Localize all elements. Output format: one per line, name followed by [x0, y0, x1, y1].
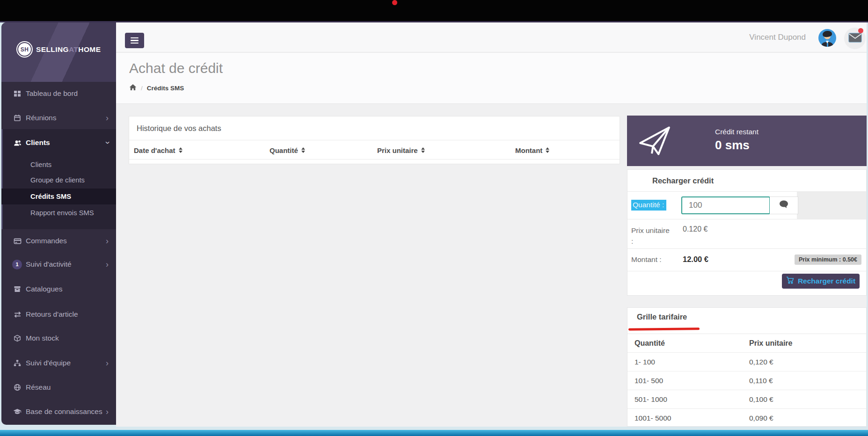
chevron-right-icon: › — [106, 260, 109, 269]
page-header: Achat de crédit / Crédits SMS — [116, 53, 867, 104]
recharge-card: Recharger crédit Quantité : Prix unitair… — [627, 169, 867, 296]
paper-plane-icon — [636, 123, 673, 160]
cube-icon — [13, 334, 22, 342]
pricing-column-unit-price: Prix unitaire — [749, 334, 792, 353]
chevron-down-icon: › — [104, 141, 112, 144]
recharge-credit-button[interactable]: Recharger crédit — [782, 274, 860, 289]
brand-name: SELLINGATHOME — [36, 45, 101, 54]
min-price-badge: Prix minimum : 0.50€ — [795, 254, 861, 265]
archive-icon — [13, 285, 22, 293]
amount-value: 12.00 € — [683, 255, 708, 264]
purchase-history-card: Historique de vos achats Date d'achat Qu… — [129, 116, 620, 164]
pricing-row: 101- 500 0,110 € — [627, 371, 866, 390]
unit-price-value: 0.120 € — [683, 225, 708, 233]
chevron-right-icon: › — [106, 407, 109, 416]
quantity-input[interactable] — [681, 196, 770, 214]
sidebar-logo-area: SH SELLINGATHOME — [1, 22, 116, 82]
main-area: Vincent Dupond Achat de crédit — [116, 22, 867, 427]
breadcrumb-separator: / — [141, 85, 143, 92]
sidebar: SH SELLINGATHOME Tableau de bord Réunion… — [1, 22, 116, 425]
home-icon[interactable] — [129, 84, 137, 92]
cart-icon — [786, 276, 794, 286]
speech-bubble-icon — [779, 200, 789, 211]
sidebar-item-suivi-activite[interactable]: 1 Suivi d'activité › — [1, 256, 116, 272]
screenshot-frame: SH SELLINGATHOME Tableau de bord Réunion… — [0, 0, 868, 436]
brand-badge-icon: SH — [18, 43, 31, 56]
sidebar-item-retours-article[interactable]: Retours d'article — [1, 306, 116, 322]
sidebar-item-mon-stock[interactable]: Mon stock — [1, 330, 116, 346]
quantity-label: Quantité : — [631, 200, 666, 211]
user-avatar[interactable] — [818, 29, 836, 47]
notification-dot — [858, 28, 863, 33]
top-black-bar — [0, 0, 868, 21]
column-header-quantity[interactable]: Quantité — [270, 140, 305, 160]
credit-remaining-value: 0 sms — [715, 138, 750, 153]
sitemap-icon — [13, 359, 22, 367]
user-name[interactable]: Vincent Dupond — [749, 22, 806, 52]
amount-label: Montant : — [631, 255, 662, 264]
sort-icon[interactable] — [179, 147, 182, 153]
sidebar-item-suivi-equipe[interactable]: Suivi d'équipe › — [1, 355, 116, 371]
graduation-cap-icon — [13, 407, 22, 416]
activity-count-badge: 1 — [12, 260, 22, 269]
bottom-light-strip — [0, 427, 868, 430]
quantity-row-filler — [797, 192, 866, 219]
app-window: SH SELLINGATHOME Tableau de bord Réunion… — [1, 22, 867, 427]
quantity-row: Quantité : — [627, 191, 866, 219]
brand-logo[interactable]: SH SELLINGATHOME — [18, 43, 101, 56]
sort-icon[interactable] — [301, 147, 305, 153]
sidebar-item-catalogues[interactable]: Catalogues — [1, 281, 116, 297]
pricing-header-row: Quantité Prix unitaire — [627, 334, 866, 352]
sidebar-item-tableau-de-bord[interactable]: Tableau de bord — [1, 86, 116, 102]
unit-price-row: Prix unitaire : 0.120 € — [627, 219, 866, 248]
sms-comment-button[interactable] — [770, 196, 798, 214]
credit-remaining-panel: Crédit restant 0 sms — [627, 116, 867, 166]
column-header-unit-price[interactable]: Prix unitaire — [377, 140, 425, 160]
sidebar-item-reseau[interactable]: Réseau — [1, 379, 116, 395]
recording-red-dot — [392, 0, 397, 5]
recharge-title: Recharger crédit — [652, 170, 714, 191]
unit-price-label: Prix unitaire : — [631, 225, 672, 247]
page-title: Achat de crédit — [129, 60, 223, 76]
sidebar-subitem-groupe-de-clients[interactable]: Groupe de clients — [1, 172, 116, 188]
sidebar-item-base-de-connaissances[interactable]: Base de connaissances › — [1, 404, 116, 420]
users-icon — [13, 138, 22, 147]
chevron-right-icon: › — [106, 237, 109, 245]
sidebar-toggle-button[interactable] — [125, 33, 144, 48]
column-header-date[interactable]: Date d'achat — [134, 140, 182, 160]
grid-icon — [13, 89, 22, 98]
credit-card-icon — [13, 237, 22, 245]
pricing-column-quantity: Quantité — [635, 334, 665, 353]
breadcrumb-current[interactable]: Crédits SMS — [147, 85, 184, 92]
chevron-right-icon: › — [106, 359, 109, 367]
sidebar-subitem-credits-sms[interactable]: Crédits SMS — [1, 189, 116, 204]
pricing-row: 1001- 5000 0,090 € — [627, 408, 866, 427]
purchase-history-title: Historique de vos achats — [137, 116, 221, 140]
sidebar-subitem-clients[interactable]: Clients — [1, 157, 116, 173]
button-row: Recharger crédit — [627, 271, 866, 296]
pricing-grid-title: Grille tarifaire — [637, 312, 687, 321]
chevron-right-icon: › — [106, 114, 109, 122]
sort-icon[interactable] — [421, 147, 425, 153]
sidebar-item-commandes[interactable]: Commandes › — [1, 233, 116, 249]
top-navbar: Vincent Dupond — [116, 22, 867, 52]
calendar-icon — [13, 114, 22, 122]
column-header-amount[interactable]: Montant — [515, 140, 549, 160]
pricing-row: 501- 1000 0,100 € — [627, 390, 866, 408]
red-annotation-underline — [628, 327, 700, 330]
bottom-blue-bar — [0, 430, 868, 436]
sidebar-item-clients[interactable]: Clients › — [1, 135, 116, 151]
amount-row: Montant : 12.00 € Prix minimum : 0.50€ — [627, 248, 866, 271]
sort-icon[interactable] — [546, 147, 549, 153]
globe-icon — [13, 383, 22, 392]
envelope-icon — [848, 33, 862, 44]
pricing-grid-card: Grille tarifaire Quantité Prix unitaire … — [627, 307, 867, 427]
exchange-icon — [13, 310, 22, 319]
sidebar-item-reunions[interactable]: Réunions › — [1, 110, 116, 126]
breadcrumb: / Crédits SMS — [129, 84, 184, 92]
sidebar-subitem-rapport-envois-sms[interactable]: Rapport envois SMS — [1, 205, 116, 221]
pricing-row: 1- 100 0,120 € — [627, 352, 866, 371]
purchase-history-header-row: Date d'achat Quantité Prix unitaire Mont… — [129, 140, 620, 160]
credit-remaining-label: Crédit restant — [715, 128, 759, 136]
